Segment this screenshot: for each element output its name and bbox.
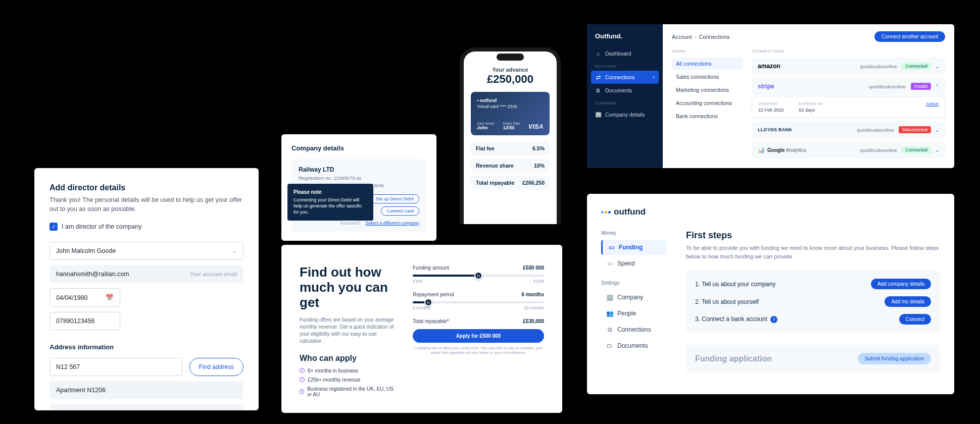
steps-card: 1. Tell us about your company Add compan… xyxy=(686,271,940,333)
incorrect-label: Incorrect? xyxy=(340,221,361,226)
visa-logo: VISA xyxy=(528,123,544,130)
connect-card-button[interactable]: Connect card xyxy=(381,206,419,216)
company-reg: Registration no. 12345678 as xyxy=(299,175,419,182)
connection-row-ga[interactable]: 📊Google Analytics quickbooksonline Conne… xyxy=(752,141,945,158)
nav-dashboard[interactable]: ⌂Dashboard xyxy=(587,47,663,60)
onboarding-panel: outfund Money ▭Funding ▭Spend Settings 🏢… xyxy=(587,194,954,394)
connection-row-amazon[interactable]: amazon quickbooksonline Connected ⌄ xyxy=(752,58,945,75)
dot-icon xyxy=(653,76,655,78)
show-header: SHOW xyxy=(672,49,743,54)
address-line2-field[interactable]: 19 Sun Street xyxy=(50,404,243,410)
company-card: Railway LTD Registration no. 12345678 as… xyxy=(291,159,426,232)
connect-bank-button[interactable]: Connect xyxy=(899,314,931,325)
status-badge: Invalid xyxy=(911,83,931,90)
connection-row-lloyds[interactable]: LLOYDS BANK quickbooksonline Disconected… xyxy=(752,121,945,138)
director-email-value: hannahsmith@railian.com xyxy=(56,271,129,278)
company-header: COMPANY xyxy=(587,97,663,108)
card-icon: ▭ xyxy=(606,260,613,267)
director-checkbox-row[interactable]: ✓ I am director of the company xyxy=(50,223,243,231)
nav-company[interactable]: 🏢Company xyxy=(601,290,667,305)
criterion-2: ✓£25k+ monthly revenue xyxy=(300,377,398,383)
status-badge: Connected xyxy=(902,146,931,153)
nav-funding[interactable]: ▭Funding xyxy=(601,240,667,255)
nav-connections[interactable]: ⇄Connections xyxy=(591,71,659,84)
company-name: Railway LTD xyxy=(299,166,419,173)
calc-desc: Funding offers are based on your average… xyxy=(300,316,398,345)
connections-header: CONNECTIONS xyxy=(752,49,945,54)
card-icon: ▭ xyxy=(608,244,615,251)
setup-direct-debit-button[interactable]: Set up Direct Debit xyxy=(370,194,419,203)
filter-all[interactable]: All connections xyxy=(672,58,743,70)
add-company-details-button[interactable]: Add company details xyxy=(871,279,931,289)
nav-people[interactable]: 👥People xyxy=(601,306,667,321)
director-phone-field[interactable]: 07890123456 xyxy=(50,312,120,330)
created-date: 22 Feb 2022 xyxy=(758,108,784,113)
nav-connections[interactable]: ⧉Connections xyxy=(601,322,667,337)
phone-value: 07890123456 xyxy=(56,317,94,325)
stripe-logo: stripe xyxy=(758,83,813,90)
repayment-period-slider[interactable]: Repayment period6 months 3 months36 mont… xyxy=(413,292,544,310)
address-line1-field[interactable]: Apartment N1206 xyxy=(50,381,243,399)
phone-mockup: Your advance £250,000 ▪ outfund Virtual … xyxy=(460,47,561,224)
card-holder: John xyxy=(477,125,495,130)
dob-value: 04/04/1980 xyxy=(56,294,88,301)
funding-amount-slider[interactable]: Funding amount£500 000 £10K£10M xyxy=(413,265,544,284)
filter-sales[interactable]: Sales connections xyxy=(672,71,743,83)
advance-label: Your advance xyxy=(471,67,550,73)
submit-funding-button[interactable]: Submit funding application xyxy=(858,353,931,364)
virtual-card: ▪ outfund Virtual card **** 2345 Card Ho… xyxy=(471,92,550,135)
select-different-company-link[interactable]: Select a different company xyxy=(366,221,419,226)
card-expiry: 12/30 xyxy=(503,125,520,130)
settings-header: Settings xyxy=(601,280,667,286)
postcode-field[interactable]: N12 567 xyxy=(50,358,182,376)
status-badge: Disconected xyxy=(899,126,931,133)
slider-thumb-icon xyxy=(424,298,432,306)
director-email-field[interactable]: hannahsmith@railian.com Your account ema… xyxy=(50,265,243,283)
analytics-icon: 📊 xyxy=(758,147,765,153)
outfund-logo: outfund xyxy=(601,207,940,217)
add-my-details-button[interactable]: Add my details xyxy=(885,296,931,307)
nav-spend[interactable]: ▭Spend xyxy=(601,256,667,271)
nav-company-details[interactable]: 🏢Company details xyxy=(587,108,663,121)
check-icon: ✓ xyxy=(300,389,304,394)
company-heading: Company details xyxy=(291,144,426,152)
tooltip-title: Please note xyxy=(293,189,367,196)
filter-marketing[interactable]: Marketing connections xyxy=(672,84,743,96)
nav-documents[interactable]: 🗀Documents xyxy=(601,338,667,353)
step-2: 2. Tell us about yourself Add my details xyxy=(695,296,931,307)
filter-bank[interactable]: Bank connections xyxy=(672,110,743,122)
who-apply-title: Who can apply xyxy=(300,354,398,363)
status-badge: Connected xyxy=(902,63,931,70)
funding-application-title: Funding application xyxy=(695,354,772,363)
email-hint: Your account email xyxy=(190,271,237,277)
chevron-down-icon: ⌄ xyxy=(935,127,939,133)
company-details-panel: Company details Railway LTD Registration… xyxy=(281,134,436,241)
director-name-select[interactable]: John Malcolm Goode ⌄ xyxy=(50,242,243,260)
onboarding-nav: Money ▭Funding ▭Spend Settings 🏢Company … xyxy=(601,230,667,373)
action-link[interactable]: Action xyxy=(926,101,939,113)
breadcrumb: Account›Connections xyxy=(672,34,730,40)
nav-documents[interactable]: 🗎Documents xyxy=(587,84,663,97)
connect-account-button[interactable]: Connect another account xyxy=(874,31,945,42)
chevron-up-icon: ⌃ xyxy=(935,84,939,89)
connections-panel: Outfund. ⌂Dashboard ACCOUNT ⇄Connections… xyxy=(587,24,954,168)
tooltip-body: Connecting your Direct Debit will help u… xyxy=(293,197,362,215)
director-dob-field[interactable]: 04/04/1980 📅 xyxy=(50,288,120,307)
home-icon: ⌂ xyxy=(595,50,601,57)
google-analytics-logo: 📊Google Analytics xyxy=(758,147,813,153)
find-address-button[interactable]: Find address xyxy=(189,358,243,376)
director-checkbox-label: I am director of the company xyxy=(62,223,141,230)
chevron-down-icon: ⌄ xyxy=(232,247,237,254)
step-1: 1. Tell us about your company Add compan… xyxy=(695,279,931,289)
connection-row-stripe[interactable]: stripe quickbooksonline Invalid ⌃ xyxy=(752,78,945,95)
people-icon: 👥 xyxy=(606,310,613,317)
filter-accounting[interactable]: Accounting connections xyxy=(672,97,743,109)
phone-notch xyxy=(497,54,524,61)
apply-button[interactable]: Apply for £500 000 xyxy=(413,329,544,343)
calc-title: Find out how much you can get xyxy=(300,265,398,310)
calendar-icon: 📅 xyxy=(106,294,114,301)
card-number: Virtual card **** 2345 xyxy=(477,104,544,109)
help-icon[interactable]: ? xyxy=(770,316,777,323)
account-header: ACCOUNT xyxy=(587,60,663,71)
criterion-1: ✓6+ months in business xyxy=(300,368,398,374)
